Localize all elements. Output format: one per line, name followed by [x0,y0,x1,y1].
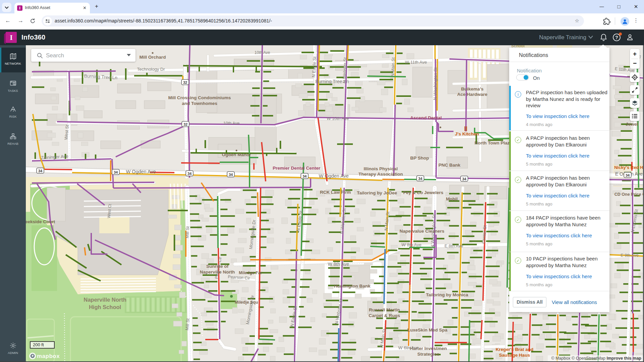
svg-text:Illinois Physical: Illinois Physical [364,166,397,171]
svg-text:Sausage Haus: Sausage Haus [499,353,530,358]
svg-text:34: 34 [462,177,467,181]
svg-text:E 8th Ave: E 8th Ave [621,253,638,258]
svg-text:?: ? [615,35,618,40]
svg-text:Buikema's: Buikema's [461,86,484,92]
svg-text:LuxeSkin Med Spa: LuxeSkin Med Spa [407,327,447,333]
svg-text:10th Ave: 10th Ave [255,50,270,55]
svg-text:Miledge Far: Miledge Far [239,270,262,275]
svg-text:Napervalue Cleaners: Napervalue Cleaners [399,229,444,234]
svg-text:32: 32 [183,122,187,126]
svg-text:34: 34 [418,177,423,181]
svg-text:Ascend Dental: Ascend Dental [410,115,442,120]
svg-text:J's Kitchen: J's Kitchen [455,131,479,136]
svg-text:and Townhomes: and Townhomes [182,101,217,106]
svg-text:34: 34 [114,170,118,174]
svg-text:Ogden Manor: Ogden Manor [222,152,252,157]
svg-text:Carpet & Rugs: Carpet & Rugs [369,313,400,318]
svg-text:32: 32 [183,80,187,84]
svg-text:W 8th Ave: W 8th Ave [401,242,421,247]
svg-text:W 11th Ave: W 11th Ave [405,60,427,65]
svg-text:34: 34 [303,174,307,178]
svg-text:Huntington Bank: Huntington Bank [334,284,371,289]
svg-text:W 10th Ave: W 10th Ave [327,116,349,121]
svg-text:W 8th Ave: W 8th Ave [328,261,349,267]
svg-text:Mobil: Mobil [446,196,458,201]
svg-text:Strategies: Strategies [417,352,439,357]
svg-text:PNC Bank: PNC Bank [438,163,461,168]
svg-text:Kreger's Brat and: Kreger's Brat and [496,347,534,352]
svg-text:BP Shop: BP Shop [410,156,429,161]
svg-text:E 8th Ave: E 8th Ave [444,243,463,248]
svg-text:N Webster St: N Webster St [342,57,348,83]
svg-text:34: 34 [229,173,233,177]
svg-text:Mill St: Mill St [184,226,190,238]
svg-text:N Washington St: N Washington St [432,67,438,100]
svg-text:Naperville North: Naperville North [84,297,126,303]
svg-text:W 6th Ave: W 6th Ave [398,345,419,350]
svg-text:mapbox: mapbox [37,353,60,359]
svg-text:eekside Court: eekside Court [26,219,55,224]
svg-text:10th Ave: 10th Ave [223,121,239,126]
svg-text:RCK Law Firm: RCK Law Firm [320,190,351,195]
svg-text:CD One Price C: CD One Price C [614,192,644,197]
svg-text:34: 34 [626,173,630,177]
svg-text:Tailoring by Monica: Tailoring by Monica [426,292,468,297]
svg-text:Tailoring by JoDee: Tailoring by JoDee [357,190,397,195]
svg-text:Ace Hardware: Ace Hardware [457,92,488,97]
svg-text:Fey & Co Jewelers: Fey & Co Jewelers [403,190,443,195]
svg-text:Premier Dental Center: Premier Dental Center [273,166,321,171]
svg-text:34: 34 [187,172,192,176]
svg-text:High School: High School [89,304,121,310]
svg-text:Nicky's Red Hots: Nicky's Red Hots [614,165,644,170]
svg-text:Mill Orchard: Mill Orchard [140,55,166,60]
svg-text:Mill Crossing Condominiums: Mill Crossing Condominiums [168,95,231,100]
svg-text:North Town Plaza: North Town Plaza [475,140,513,145]
svg-text:W Ogden Ave: W Ogden Ave [126,169,156,174]
svg-text:Technology Dr: Technology Dr [137,67,165,72]
svg-text:Jewel: Jewel [626,122,638,127]
svg-text:N Main St: N Main St [390,57,396,77]
svg-text:W Ogden Ave: W Ogden Ave [319,173,348,179]
svg-text:Miledje Squ: Miledje Squ [235,300,258,305]
svg-text:Therapy Association: Therapy Association [359,172,403,177]
svg-text:Mill St: Mill St [184,318,191,330]
svg-text:34: 34 [38,169,43,173]
svg-text:Russell Martin: Russell Martin [369,307,400,312]
